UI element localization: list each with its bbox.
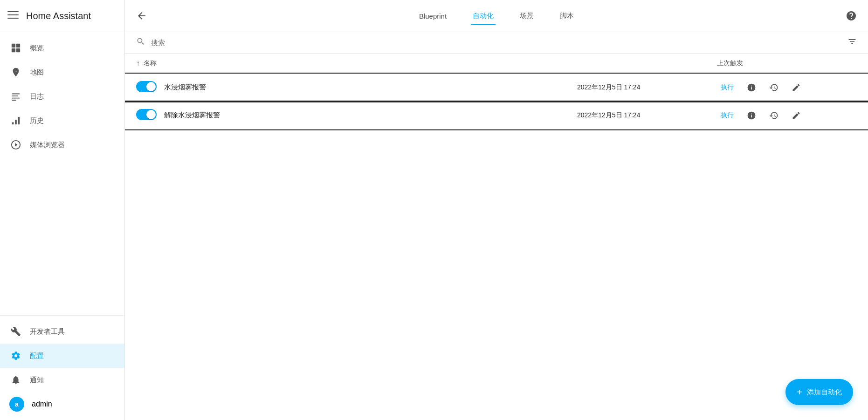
svg-rect-6 [16, 48, 20, 52]
tab-bar: Blueprint 自动化 场景 脚本 [151, 7, 842, 25]
sort-icon[interactable]: ↑ [136, 59, 140, 68]
svg-marker-16 [15, 143, 18, 146]
row-actions-2: 执行 [717, 107, 857, 124]
col-trigger-header: 上次触发 [717, 59, 857, 68]
fab-plus-icon: + [797, 387, 802, 398]
info-button-1[interactable] [743, 79, 760, 96]
svg-rect-1 [7, 14, 19, 15]
col-name-header: ↑ 名称 [136, 59, 717, 68]
table-row: 解除水浸烟雾报警 2022年12月5日 17:24 执行 [125, 102, 868, 129]
search-bar [125, 32, 868, 54]
main-content: Blueprint 自动化 场景 脚本 ↑ 名称 上次触发 [125, 0, 868, 420]
config-icon [9, 349, 22, 362]
sidebar-nav: 概览 地图 日志 历史 媒体浏览器 [0, 32, 124, 315]
search-input[interactable] [151, 39, 847, 47]
sidebar-item-label: 媒体浏览器 [30, 141, 65, 149]
sidebar-item-label: 通知 [30, 376, 44, 385]
toggle-slider-1 [136, 81, 157, 92]
automation-name-2: 解除水浸烟雾报警 [164, 111, 577, 120]
sidebar-item-label: 日志 [30, 92, 44, 101]
filter-icon[interactable] [847, 37, 857, 48]
back-button[interactable] [132, 7, 151, 25]
tab-scene[interactable]: 场景 [518, 8, 536, 25]
menu-icon[interactable] [7, 9, 19, 22]
log-icon [9, 90, 22, 103]
overview-icon [9, 41, 22, 54]
sidebar-bottom: 开发者工具 配置 通知 a admin [0, 315, 124, 420]
svg-rect-12 [12, 122, 14, 125]
media-icon [9, 138, 22, 151]
svg-rect-13 [15, 120, 17, 124]
sidebar-item-notifications[interactable]: 通知 [0, 368, 124, 392]
info-button-2[interactable] [743, 107, 760, 124]
toggle-slider-2 [136, 109, 157, 120]
devtools-icon [9, 325, 22, 338]
col-trigger-label: 上次触发 [717, 59, 743, 67]
toggle-switch-1[interactable] [136, 81, 157, 92]
svg-rect-9 [12, 95, 18, 96]
table-header: ↑ 名称 上次触发 [125, 54, 868, 74]
sidebar-item-devtools[interactable]: 开发者工具 [0, 319, 124, 344]
automation-name-1: 水浸烟雾报警 [164, 83, 577, 92]
tab-automation[interactable]: 自动化 [471, 8, 496, 25]
automations-table: ↑ 名称 上次触发 水浸烟雾报警 2022年12月5日 17:24 执行 [125, 54, 868, 420]
user-label: admin [32, 400, 52, 408]
sidebar-item-map[interactable]: 地图 [0, 60, 124, 84]
svg-rect-10 [12, 98, 20, 99]
svg-rect-4 [16, 44, 20, 47]
row-toggle-2[interactable] [136, 109, 157, 122]
svg-rect-2 [7, 18, 19, 19]
sidebar-item-history[interactable]: 历史 [0, 108, 124, 133]
run-button-1[interactable]: 执行 [717, 81, 737, 94]
sidebar-item-label: 配置 [30, 352, 44, 360]
svg-rect-3 [12, 44, 15, 47]
last-trigger-1: 2022年12月5日 17:24 [577, 83, 717, 92]
sidebar-item-log[interactable]: 日志 [0, 84, 124, 108]
tab-script[interactable]: 脚本 [558, 8, 576, 25]
search-icon [136, 37, 145, 48]
table-row: 水浸烟雾报警 2022年12月5日 17:24 执行 [125, 74, 868, 102]
svg-rect-11 [12, 100, 16, 101]
history-button-2[interactable] [765, 107, 782, 124]
sidebar-item-config[interactable]: 配置 [0, 344, 124, 368]
last-trigger-2: 2022年12月5日 17:24 [577, 111, 717, 120]
row-actions-1: 执行 [717, 79, 857, 96]
fab-label: 添加自动化 [807, 388, 842, 397]
sidebar-item-media[interactable]: 媒体浏览器 [0, 133, 124, 157]
map-icon [9, 66, 22, 79]
help-button[interactable] [842, 7, 861, 25]
sidebar-item-overview[interactable]: 概览 [0, 36, 124, 60]
notification-icon [9, 373, 22, 386]
toggle-switch-2[interactable] [136, 109, 157, 120]
sidebar-item-label: 概览 [30, 44, 44, 53]
sidebar-item-label: 地图 [30, 68, 44, 77]
add-automation-button[interactable]: + 添加自动化 [785, 379, 853, 405]
history-icon [9, 114, 22, 127]
svg-rect-0 [7, 11, 19, 12]
edit-button-2[interactable] [788, 107, 805, 124]
sidebar-header: Home Assistant [0, 0, 124, 32]
sidebar: Home Assistant 概览 地图 日志 历史 [0, 0, 125, 420]
col-name-label: 名称 [144, 59, 157, 68]
row-toggle-1[interactable] [136, 81, 157, 94]
run-button-2[interactable]: 执行 [717, 109, 737, 122]
edit-button-1[interactable] [788, 79, 805, 96]
svg-rect-14 [18, 117, 20, 125]
app-title: Home Assistant [26, 11, 91, 21]
sidebar-item-label: 开发者工具 [30, 327, 65, 336]
history-button-1[interactable] [765, 79, 782, 96]
sidebar-item-label: 历史 [30, 116, 44, 125]
svg-rect-5 [12, 48, 15, 52]
sidebar-user[interactable]: a admin [0, 392, 124, 416]
tab-blueprint[interactable]: Blueprint [417, 8, 448, 25]
topbar: Blueprint 自动化 场景 脚本 [125, 0, 868, 32]
svg-rect-8 [12, 94, 20, 95]
avatar: a [9, 397, 24, 412]
